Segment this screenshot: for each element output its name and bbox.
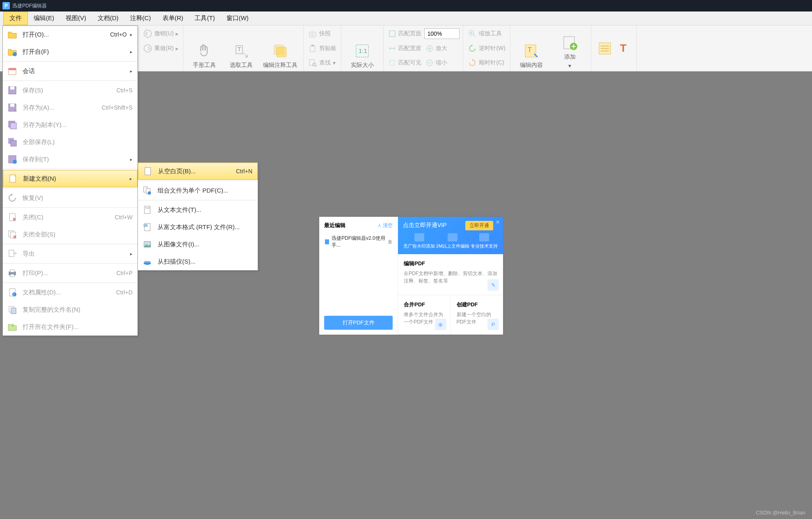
svg-text:T: T	[528, 46, 532, 53]
submenu-from-text[interactable]: TXT 从文本文件(T)...	[138, 201, 258, 218]
menu-view[interactable]: 视图(V)	[60, 12, 92, 25]
hand-label: 手形工具	[193, 62, 216, 69]
svg-point-57	[148, 191, 151, 195]
close-label: 关闭(C)	[23, 214, 111, 221]
menu-print[interactable]: 打印(P)... Ctrl+P	[3, 264, 137, 282]
rotate-cw-button[interactable]: 顺时针(C)	[467, 57, 507, 69]
menu-save-all[interactable]: 全部保存(L)	[3, 133, 137, 151]
submenu-from-image[interactable]: 从图像文件(I)...	[138, 236, 258, 253]
select-label: 选取工具	[230, 62, 253, 69]
menu-file[interactable]: 文件	[3, 11, 28, 25]
edit-content[interactable]: T 编辑内容	[514, 42, 549, 69]
zoom-in-label: 放大	[436, 45, 447, 52]
submenu-from-scanner[interactable]: 从扫描仪(S)...	[138, 253, 258, 270]
snapshot-button[interactable]: 快照	[307, 28, 338, 40]
create-card-icon[interactable]: P	[487, 319, 499, 330]
menu-annotate[interactable]: 注释(C)	[124, 12, 157, 25]
extra-tool-2[interactable]: T	[617, 39, 633, 57]
select-tool[interactable]: T 选取工具	[224, 42, 259, 69]
create-pdf-card[interactable]: 创建PDF 新建一个空白的PDF文件 P	[451, 295, 503, 335]
menu-save-to[interactable]: 保存到(T) ▸	[3, 151, 137, 168]
export-icon	[7, 248, 18, 259]
menu-doc-props[interactable]: i 文档属性(D)... Ctrl+D	[3, 284, 137, 301]
menu-open-folder[interactable]: 打开所在文件夹(F)...	[3, 318, 137, 335]
fit-page-button[interactable]: 匹配页面	[387, 28, 423, 40]
menu-restore[interactable]: 恢复(V)	[3, 189, 137, 207]
menu-save-copy[interactable]: 另存为副本(Y)...	[3, 116, 137, 133]
edit-content-icon: T	[522, 42, 540, 60]
open-from-label: 打开自(F)	[23, 48, 127, 56]
submenu-from-rtf[interactable]: RTF 从富文本格式 (RTF) 文件(R)...	[138, 218, 258, 236]
undo-label: 撤销(U)	[154, 30, 174, 37]
menu-window[interactable]: 窗口(W)	[221, 12, 254, 25]
fit-width-button[interactable]: 匹配宽度	[387, 42, 423, 55]
find-icon	[308, 58, 317, 67]
vip-open-button[interactable]: 立即开通	[465, 221, 493, 230]
svg-text:T: T	[238, 46, 241, 53]
hand-icon	[195, 42, 213, 60]
add-button[interactable]: 添加 ▾	[552, 34, 588, 69]
svg-point-28	[13, 52, 17, 56]
new-doc-label: 新建文档(N)	[23, 175, 126, 183]
svg-text:TXT: TXT	[145, 207, 150, 209]
text-tool-icon: T	[616, 39, 634, 57]
menu-session[interactable]: 会话 ▸	[3, 62, 137, 80]
delete-recent-icon[interactable]: 🗑	[388, 239, 393, 245]
copy-name-icon	[7, 304, 18, 315]
svg-rect-5	[277, 47, 286, 57]
select-icon: T	[232, 42, 250, 60]
menu-edit[interactable]: 编辑(E)	[28, 12, 60, 25]
menu-copy-fullname[interactable]: 复制完整的文件名(N)	[3, 301, 137, 318]
app-icon: P	[2, 2, 10, 9]
menu-form[interactable]: 表单(R)	[157, 12, 189, 25]
merge-pdf-card[interactable]: 合并PDF 将多个文件合并为一个PDF文件 ⊕	[398, 295, 451, 335]
fit-visible-button[interactable]: 匹配可见	[387, 57, 423, 69]
open-pdf-button[interactable]: 打开PDF文件	[324, 316, 393, 330]
actual-size[interactable]: 1:1 实际大小	[345, 42, 380, 69]
menu-save[interactable]: 保存(S) Ctrl+S	[3, 82, 137, 99]
rotate-ccw-icon	[468, 44, 477, 53]
separator	[3, 263, 137, 264]
menu-document[interactable]: 文档(D)	[92, 12, 124, 25]
menu-export[interactable]: 导出 ▸	[3, 245, 137, 262]
edit-pdf-card[interactable]: 编辑PDF 在PDF文档中新增、删除、剪切文本、添加注释、标签、签名等 ✎	[398, 254, 503, 295]
redo-button[interactable]: 重做(R) ▸	[142, 42, 180, 55]
menu-tools[interactable]: 工具(T)	[189, 12, 220, 25]
undo-button[interactable]: 撤销(U) ▸	[142, 28, 180, 40]
menu-open-from[interactable]: 打开自(F) ▸	[3, 43, 137, 60]
hand-tool[interactable]: 手形工具	[187, 42, 222, 69]
menu-close-all[interactable]: 关闭全部(S)	[3, 226, 137, 243]
close-icon[interactable]: ✕	[496, 219, 500, 225]
menu-close[interactable]: 关闭(C) Ctrl+W	[3, 209, 137, 226]
separator	[3, 282, 137, 283]
folder-web-icon	[7, 46, 18, 57]
zoom-in-button[interactable]: 放大	[424, 42, 448, 55]
annot-tool[interactable]: 编辑注释工具	[261, 42, 300, 69]
zoom-tool-button[interactable]: 缩放工具	[467, 28, 507, 40]
separator	[3, 61, 137, 62]
submenu-combine[interactable]: 组合文件为单个 PDF(C)...	[138, 182, 258, 199]
rotate-ccw-button[interactable]: 逆时针(W)	[467, 42, 507, 55]
open-folder-label: 打开所在文件夹(F)...	[23, 323, 133, 331]
menu-open[interactable]: 打开(O)... Ctrl+O ▸	[3, 26, 137, 43]
separator	[3, 80, 137, 81]
zoom-input[interactable]	[424, 28, 460, 39]
zoom-out-button[interactable]: 缩小	[424, 57, 448, 69]
extra-tool-1[interactable]	[595, 39, 615, 57]
find-button[interactable]: 查找 ▾	[307, 57, 338, 69]
support-icon	[479, 233, 489, 241]
recent-file-item[interactable]: 迅捷PDF编辑器v2.0使用手... 🗑	[324, 235, 393, 249]
app-title: 迅捷PDF编辑器	[12, 2, 47, 9]
menu-save-as[interactable]: 另存为(A)... Ctrl+Shift+S	[3, 99, 137, 116]
edit-card-icon[interactable]: ✎	[487, 279, 499, 291]
clear-button[interactable]: 清空	[377, 222, 393, 229]
save-to-label: 保存到(T)	[23, 156, 127, 163]
export-label: 导出	[23, 250, 127, 258]
save-copy-icon	[7, 119, 18, 130]
submenu-blank[interactable]: 从空白页(B)... Ctrl+N	[138, 163, 258, 180]
menu-new-document[interactable]: 新建文档(N) ▸	[3, 170, 137, 187]
merge-card-icon[interactable]: ⊕	[435, 319, 446, 330]
clipboard-button[interactable]: 剪贴板	[307, 42, 338, 55]
blank-shortcut: Ctrl+N	[236, 168, 252, 175]
svg-rect-48	[10, 274, 14, 277]
